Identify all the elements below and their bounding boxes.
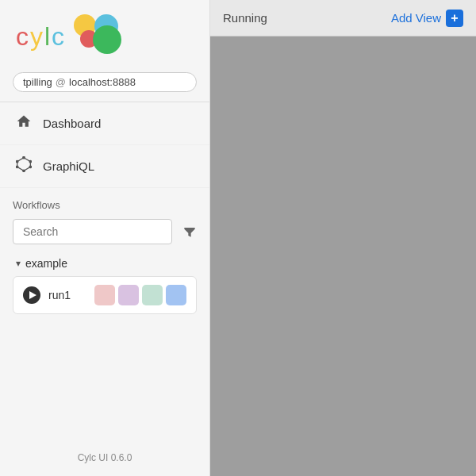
svg-point-3 (29, 166, 32, 168)
nav-item-graphiql-label: GraphiQL (43, 159, 94, 173)
svg-point-4 (23, 170, 25, 172)
logo-text: cylc (16, 24, 66, 49)
host: localhost:8888 (69, 76, 136, 88)
nav-item-graphiql[interactable]: GraphiQL (0, 145, 209, 188)
workflow-group-header[interactable]: ▾ example (13, 254, 197, 273)
nav-item-dashboard[interactable]: Dashboard (0, 102, 209, 145)
workflow-tag-2 (142, 285, 163, 305)
graphql-icon (16, 156, 32, 176)
logo-letter-c2: c (52, 22, 66, 51)
workflow-tag-3 (166, 285, 186, 305)
version-label: Cylc UI 0.6.0 (78, 452, 132, 463)
filter-icon (182, 224, 198, 240)
workflow-tags (94, 285, 186, 305)
at-sign: @ (56, 76, 66, 88)
add-view-icon: + (446, 10, 463, 27)
workflows-section: Workflows ▾ example run1 (0, 188, 209, 321)
logo-letter-l: l (44, 22, 52, 51)
nav-section: Dashboard GraphiQL (0, 102, 209, 188)
green-bubble (93, 25, 121, 54)
play-triangle (29, 291, 36, 299)
search-input[interactable] (13, 219, 172, 244)
filter-button[interactable] (178, 221, 201, 243)
svg-point-6 (16, 160, 18, 163)
logo-letter-y: y (30, 22, 44, 51)
svg-point-2 (29, 160, 32, 163)
workflow-tag-0 (94, 285, 115, 305)
chevron-down-icon: ▾ (16, 258, 21, 269)
home-icon (16, 113, 32, 133)
workflow-group-example: ▾ example run1 (13, 254, 197, 314)
logo-bubbles (72, 14, 132, 58)
workflows-label: Workflows (13, 199, 197, 211)
svg-marker-0 (17, 158, 31, 171)
workflow-tag-1 (118, 285, 139, 305)
logo-letter-c: c (16, 22, 30, 51)
main-header: Running Add View + (210, 0, 476, 36)
play-icon (23, 286, 40, 304)
add-view-button[interactable]: Add View + (391, 10, 463, 27)
nav-item-dashboard-label: Dashboard (43, 117, 101, 130)
sidebar-footer: Cylc UI 0.6.0 (0, 440, 209, 476)
workflow-name: run1 (48, 289, 71, 301)
add-view-label: Add View (391, 11, 441, 25)
user-badge: tpilling @ localhost:8888 (13, 72, 197, 92)
logo-area: cylc (0, 0, 209, 66)
workflow-group-name: example (25, 257, 67, 270)
workflow-item-left: run1 (23, 286, 71, 304)
running-label: Running (223, 11, 267, 25)
sidebar: cylc tpilling @ localhost:8888 Dashboard (0, 0, 210, 476)
svg-point-1 (23, 156, 25, 159)
username: tpilling (23, 76, 52, 88)
workflow-item-run1[interactable]: run1 (13, 276, 197, 314)
main-content: Running Add View + (210, 0, 476, 476)
svg-point-5 (16, 166, 18, 168)
main-body (210, 36, 476, 476)
search-row (13, 219, 197, 244)
